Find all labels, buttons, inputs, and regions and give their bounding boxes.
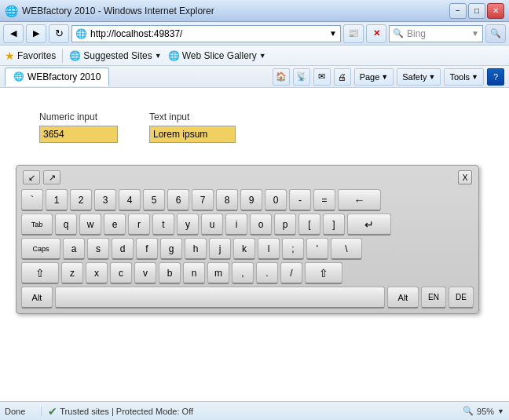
space-key[interactable]	[55, 287, 385, 309]
key-z[interactable]: z	[61, 262, 83, 284]
key-8[interactable]: 8	[216, 189, 238, 211]
tab-label: WEBfactory 2010	[27, 71, 101, 82]
key-minus[interactable]: -	[289, 189, 311, 211]
kbd-close-button[interactable]: X	[458, 170, 472, 184]
close-button[interactable]: ✕	[487, 3, 504, 19]
search-box[interactable]: 🔍 Bing ▼	[389, 25, 483, 42]
caps-key[interactable]: Caps	[21, 238, 60, 260]
key-i[interactable]: i	[225, 214, 247, 236]
back-button[interactable]: ◀	[3, 24, 24, 43]
webfactory-tab[interactable]: 🌐 WEBfactory 2010	[5, 68, 109, 86]
key-lbracket[interactable]: [	[298, 214, 320, 236]
key-m[interactable]: m	[207, 262, 229, 284]
key-s[interactable]: s	[87, 238, 109, 260]
page-button[interactable]: Page ▼	[354, 68, 394, 86]
home-button[interactable]: 🏠	[273, 68, 290, 86]
key-c[interactable]: c	[110, 262, 132, 284]
key-6[interactable]: 6	[167, 189, 189, 211]
key-r[interactable]: r	[128, 214, 150, 236]
url-text: http://localhost:49837/	[90, 28, 182, 39]
key-n[interactable]: n	[183, 262, 205, 284]
mail-button[interactable]: ✉	[313, 68, 331, 86]
numeric-input[interactable]	[39, 126, 118, 143]
key-row-3: Caps a s d f g h j k l ; ' \	[21, 238, 474, 260]
maximize-button[interactable]: □	[468, 3, 485, 19]
key-j[interactable]: j	[209, 238, 231, 260]
key-7[interactable]: 7	[192, 189, 214, 211]
safety-button[interactable]: Safety ▼	[397, 68, 441, 86]
key-tab[interactable]: Tab	[21, 214, 53, 236]
url-dropdown-icon[interactable]: ▼	[329, 29, 337, 38]
text-input[interactable]	[149, 126, 236, 143]
stop-button[interactable]: ✕	[366, 24, 386, 43]
safety-label: Safety	[402, 72, 427, 82]
key-u[interactable]: u	[201, 214, 223, 236]
key-5[interactable]: 5	[143, 189, 165, 211]
key-equals[interactable]: =	[313, 189, 335, 211]
kbd-arrow-right[interactable]: ↗	[43, 170, 60, 184]
safety-dropdown-icon: ▼	[428, 73, 435, 81]
key-1[interactable]: 1	[46, 189, 68, 211]
left-alt-key[interactable]: Alt	[21, 287, 53, 309]
enter-key[interactable]: ↵	[347, 214, 391, 236]
tools-button[interactable]: Tools ▼	[444, 68, 484, 86]
favorites-button[interactable]: ★ Favorites	[5, 49, 56, 62]
trusted-text: Trusted sites | Protected Mode: Off	[60, 407, 193, 416]
key-d[interactable]: d	[112, 238, 134, 260]
key-2[interactable]: 2	[70, 189, 92, 211]
key-4[interactable]: 4	[119, 189, 141, 211]
key-t[interactable]: t	[152, 214, 174, 236]
text-input-group: Text input	[149, 111, 236, 143]
key-comma[interactable]: ,	[232, 262, 254, 284]
search-dropdown-icon[interactable]: ▼	[471, 29, 479, 38]
search-button[interactable]: 🔍	[485, 24, 506, 43]
key-v[interactable]: v	[134, 262, 156, 284]
separator-1	[62, 49, 63, 63]
refresh-button[interactable]: ↻	[49, 24, 69, 43]
key-quote[interactable]: '	[306, 238, 328, 260]
print-button[interactable]: 🖨	[334, 68, 351, 86]
zoom-dropdown-icon[interactable]: ▼	[497, 407, 504, 415]
forward-button[interactable]: ▶	[26, 24, 46, 43]
key-3[interactable]: 3	[94, 189, 116, 211]
key-9[interactable]: 9	[240, 189, 262, 211]
key-semicolon[interactable]: ;	[282, 238, 304, 260]
webslice-link[interactable]: 🌐 Web Slice Gallery ▼	[168, 50, 266, 61]
url-bar[interactable]: 🌐 http://localhost:49837/ ▼	[71, 25, 341, 42]
help-button[interactable]: ?	[487, 68, 504, 86]
page-dropdown-icon: ▼	[381, 73, 388, 81]
key-period[interactable]: .	[256, 262, 278, 284]
en-key[interactable]: EN	[421, 287, 446, 309]
key-g[interactable]: g	[160, 238, 182, 260]
right-shift-key[interactable]: ⇧	[305, 262, 342, 284]
key-k[interactable]: k	[233, 238, 255, 260]
kbd-arrow-left[interactable]: ↙	[23, 170, 40, 184]
backspace-key[interactable]: ←	[338, 189, 381, 211]
keyboard-titlebar: ↙ ↗ X	[21, 170, 474, 184]
feeds-button[interactable]: 📡	[293, 68, 310, 86]
key-backtick[interactable]: `	[21, 189, 43, 211]
inputs-row: Numeric input Text input	[39, 111, 236, 143]
key-f[interactable]: f	[136, 238, 158, 260]
rss-button[interactable]: 📰	[343, 24, 364, 43]
suggested-sites-link[interactable]: 🌐 Suggested Sites ▼	[69, 50, 161, 61]
key-rbracket[interactable]: ]	[323, 214, 345, 236]
key-y[interactable]: y	[177, 214, 199, 236]
key-0[interactable]: 0	[265, 189, 287, 211]
key-w[interactable]: w	[79, 214, 101, 236]
key-b[interactable]: b	[159, 262, 181, 284]
key-e[interactable]: e	[104, 214, 126, 236]
key-h[interactable]: h	[185, 238, 207, 260]
de-key[interactable]: DE	[449, 287, 474, 309]
key-o[interactable]: o	[250, 214, 272, 236]
key-p[interactable]: p	[274, 214, 296, 236]
key-a[interactable]: a	[63, 238, 85, 260]
key-x[interactable]: x	[86, 262, 108, 284]
minimize-button[interactable]: −	[449, 3, 467, 19]
key-q[interactable]: q	[55, 214, 77, 236]
right-alt-key[interactable]: Alt	[387, 287, 419, 309]
key-l[interactable]: l	[258, 238, 280, 260]
key-slash[interactable]: /	[280, 262, 302, 284]
left-shift-key[interactable]: ⇧	[21, 262, 59, 284]
key-backslash[interactable]: \	[331, 238, 362, 260]
